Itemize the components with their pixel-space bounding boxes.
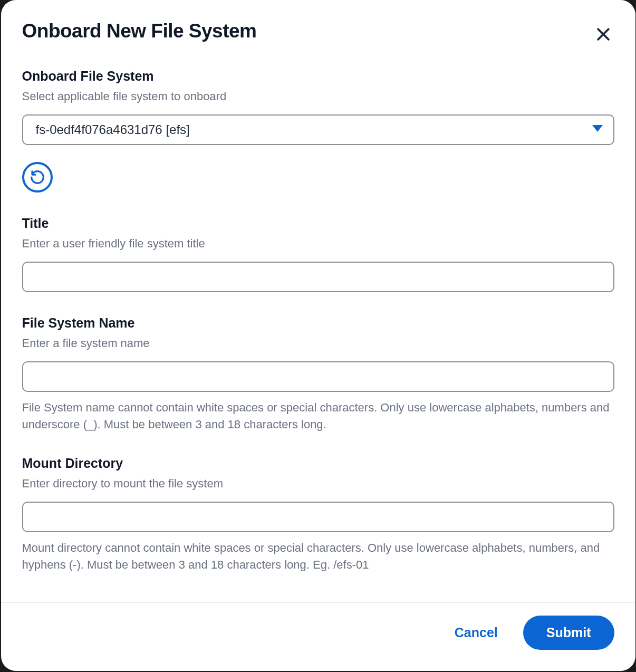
title-desc: Enter a user friendly file system title xyxy=(22,235,614,252)
modal-header: Onboard New File System xyxy=(22,20,614,45)
modal-body: Onboard New File System Onboard File Sys… xyxy=(1,0,635,602)
onboard-file-system-section: Onboard File System Select applicable fi… xyxy=(22,69,614,193)
title-label: Title xyxy=(22,216,614,231)
modal-footer: Cancel Submit xyxy=(1,602,635,671)
onboard-file-system-modal: Onboard New File System Onboard File Sys… xyxy=(1,0,635,671)
onboard-desc: Select applicable file system to onboard xyxy=(22,88,614,105)
title-input[interactable] xyxy=(22,262,614,292)
submit-button[interactable]: Submit xyxy=(523,616,614,650)
onboard-label: Onboard File System xyxy=(22,69,614,84)
title-section: Title Enter a user friendly file system … xyxy=(22,216,614,292)
file-system-select-value: fs-0edf4f076a4631d76 [efs] xyxy=(36,122,190,137)
close-button[interactable] xyxy=(592,23,614,45)
close-icon xyxy=(594,25,612,43)
modal-title: Onboard New File System xyxy=(22,20,257,42)
fs-name-help: File System name cannot contain white sp… xyxy=(22,399,614,433)
cancel-button[interactable]: Cancel xyxy=(452,621,500,645)
fs-name-label: File System Name xyxy=(22,315,614,331)
fs-name-section: File System Name Enter a file system nam… xyxy=(22,315,614,433)
refresh-icon xyxy=(30,169,45,185)
file-system-select[interactable]: fs-0edf4f076a4631d76 [efs] xyxy=(22,114,614,145)
mount-label: Mount Directory xyxy=(22,456,614,471)
fs-name-input[interactable] xyxy=(22,361,614,392)
refresh-button[interactable] xyxy=(22,162,53,193)
file-system-select-wrap: fs-0edf4f076a4631d76 [efs] xyxy=(22,114,614,145)
fs-name-desc: Enter a file system name xyxy=(22,335,614,352)
mount-desc: Enter directory to mount the file system xyxy=(22,475,614,492)
mount-section: Mount Directory Enter directory to mount… xyxy=(22,456,614,573)
mount-help: Mount directory cannot contain white spa… xyxy=(22,540,614,573)
mount-input[interactable] xyxy=(22,502,614,532)
